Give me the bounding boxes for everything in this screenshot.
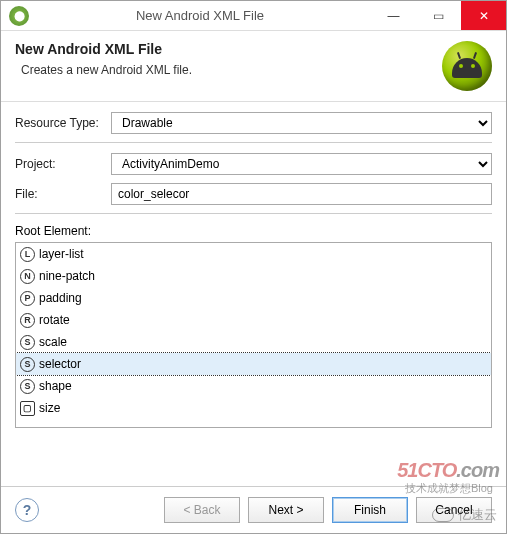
minimize-button[interactable]: —	[371, 1, 416, 30]
android-icon	[442, 41, 492, 91]
list-item[interactable]: Sscale	[16, 331, 491, 353]
element-type-icon: S	[20, 357, 35, 372]
list-item[interactable]: Rrotate	[16, 309, 491, 331]
next-button[interactable]: Next >	[248, 497, 324, 523]
help-button[interactable]: ?	[15, 498, 39, 522]
list-item-label: layer-list	[39, 247, 84, 261]
list-item-label: shape	[39, 379, 72, 393]
dialog-window: ⬤ New Android XML File — ▭ ✕ New Android…	[0, 0, 507, 534]
list-item[interactable]: Nnine-patch	[16, 265, 491, 287]
divider	[15, 142, 492, 143]
element-type-icon: S	[20, 335, 35, 350]
root-element-label: Root Element:	[15, 224, 492, 238]
list-item-label: padding	[39, 291, 82, 305]
project-label: Project:	[15, 157, 105, 171]
app-icon: ⬤	[9, 6, 29, 26]
element-type-icon: S	[20, 379, 35, 394]
window-controls: — ▭ ✕	[371, 1, 506, 30]
titlebar[interactable]: ⬤ New Android XML File — ▭ ✕	[1, 1, 506, 31]
window-title: New Android XML File	[29, 8, 371, 23]
resource-type-label: Resource Type:	[15, 116, 105, 130]
element-type-icon: R	[20, 313, 35, 328]
finish-button[interactable]: Finish	[332, 497, 408, 523]
close-button[interactable]: ✕	[461, 1, 506, 30]
list-item-label: nine-patch	[39, 269, 95, 283]
element-type-icon: L	[20, 247, 35, 262]
element-type-icon: N	[20, 269, 35, 284]
resource-type-select[interactable]: Drawable	[111, 112, 492, 134]
dialog-footer: ? < Back Next > Finish Cancel	[1, 486, 506, 533]
maximize-button[interactable]: ▭	[416, 1, 461, 30]
header-subtitle: Creates a new Android XML file.	[21, 63, 442, 77]
back-button: < Back	[164, 497, 240, 523]
list-item[interactable]: Sselector	[16, 353, 491, 375]
list-item[interactable]: ▢size	[16, 397, 491, 419]
divider	[15, 213, 492, 214]
list-item-label: size	[39, 401, 60, 415]
element-type-icon: ▢	[20, 401, 35, 416]
list-item-label: scale	[39, 335, 67, 349]
list-item-label: rotate	[39, 313, 70, 327]
list-item[interactable]: Llayer-list	[16, 243, 491, 265]
cancel-button[interactable]: Cancel	[416, 497, 492, 523]
dialog-header: New Android XML File Creates a new Andro…	[1, 31, 506, 102]
file-input[interactable]	[111, 183, 492, 205]
project-select[interactable]: ActivityAnimDemo	[111, 153, 492, 175]
list-item[interactable]: Ppadding	[16, 287, 491, 309]
header-title: New Android XML File	[15, 41, 442, 57]
form-area: Resource Type: Drawable Project: Activit…	[1, 102, 506, 438]
list-item[interactable]: Sshape	[16, 375, 491, 397]
list-item-label: selector	[39, 357, 81, 371]
element-type-icon: P	[20, 291, 35, 306]
file-label: File:	[15, 187, 105, 201]
root-element-listbox[interactable]: Llayer-listNnine-patchPpaddingRrotateSsc…	[15, 242, 492, 428]
